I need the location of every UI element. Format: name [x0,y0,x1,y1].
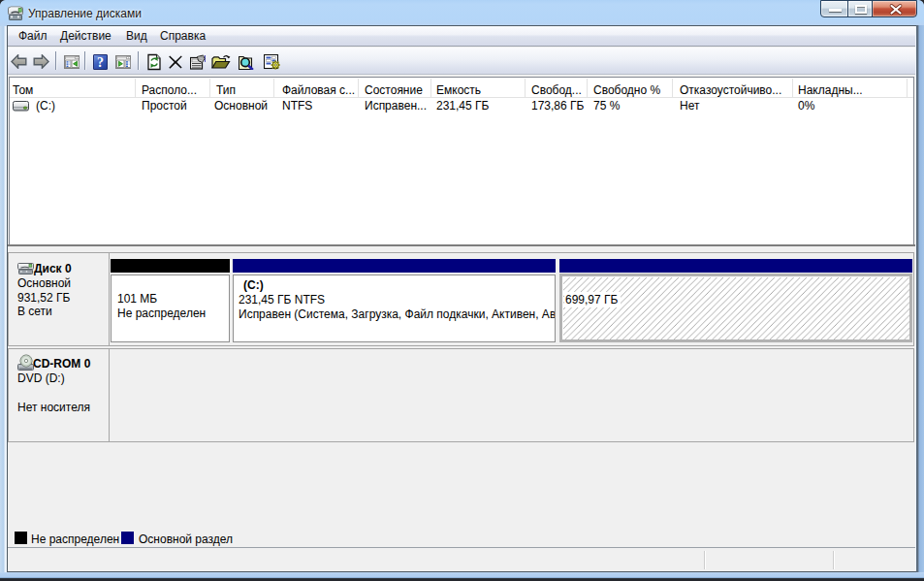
svg-text:?: ? [97,55,104,70]
